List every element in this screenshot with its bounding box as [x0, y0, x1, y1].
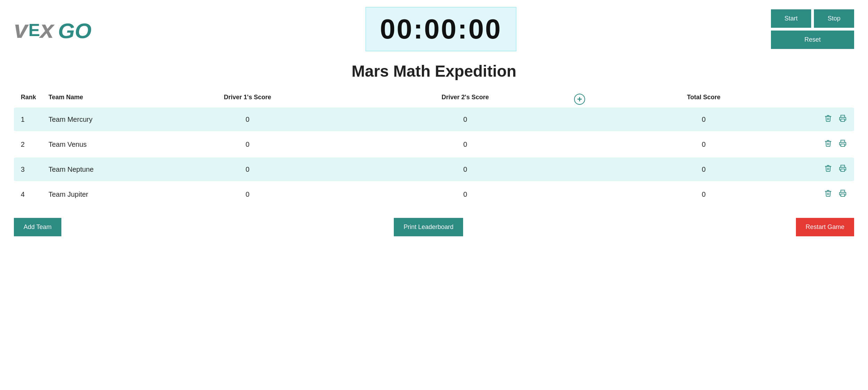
- row-2-team: Team Venus: [49, 141, 139, 149]
- print-icon: [839, 164, 847, 172]
- logo-x: x: [40, 17, 54, 42]
- col-header-actions: [813, 94, 847, 105]
- row-1-delete-button[interactable]: [824, 114, 833, 125]
- row-4-team: Team Jupiter: [49, 190, 139, 198]
- trash-icon: [824, 189, 832, 197]
- row-4-rank: 4: [21, 190, 49, 198]
- controls-top: Start Stop: [771, 9, 854, 28]
- row-3-team: Team Neptune: [49, 166, 139, 173]
- page-title: Mars Math Expedition: [0, 62, 868, 80]
- print-icon: [839, 139, 847, 147]
- col-header-total: Total Score: [595, 94, 813, 105]
- logo-v: v: [14, 17, 28, 42]
- header: v E x GO 00:00:00 Start Stop Reset: [0, 0, 868, 58]
- table-row: 4 Team Jupiter 0 0 0: [14, 183, 854, 206]
- svg-rect-0: [841, 119, 845, 121]
- table-row: 3 Team Neptune 0 0 0: [14, 158, 854, 181]
- row-3-total: 0: [595, 166, 813, 173]
- logo: v E x GO: [14, 17, 92, 42]
- row-1-total: 0: [595, 116, 813, 124]
- col-header-driver1: Driver 1's Score: [139, 94, 356, 105]
- print-leaderboard-button[interactable]: Print Leaderboard: [394, 218, 463, 236]
- add-driver-col[interactable]: +: [574, 94, 595, 105]
- row-2-actions: [813, 139, 847, 150]
- row-4-total: 0: [595, 190, 813, 198]
- add-driver-icon[interactable]: +: [574, 94, 585, 105]
- trash-icon: [824, 164, 832, 172]
- col-header-rank: Rank: [21, 94, 49, 105]
- row-2-d2: 0: [356, 141, 574, 149]
- timer-display: 00:00:00: [365, 7, 517, 51]
- footer-actions: Add Team Print Leaderboard Restart Game: [0, 207, 868, 243]
- add-team-button[interactable]: Add Team: [14, 218, 61, 236]
- timer-area: 00:00:00: [125, 7, 757, 51]
- trash-icon: [824, 115, 832, 122]
- row-3-d1: 0: [139, 166, 356, 173]
- svg-rect-2: [841, 169, 845, 171]
- row-4-d1: 0: [139, 190, 356, 198]
- row-4-print-button[interactable]: [838, 189, 847, 200]
- svg-rect-1: [841, 144, 845, 146]
- leaderboard: Rank Team Name Driver 1's Score Driver 2…: [0, 91, 868, 206]
- reset-button[interactable]: Reset: [771, 31, 854, 49]
- restart-game-button[interactable]: Restart Game: [796, 218, 854, 236]
- col-header-driver2: Driver 2's Score: [356, 94, 574, 105]
- row-2-total: 0: [595, 141, 813, 149]
- table-row: 1 Team Mercury 0 0 0: [14, 108, 854, 131]
- row-1-rank: 1: [21, 116, 49, 124]
- logo-e: E: [28, 22, 40, 39]
- row-3-actions: [813, 164, 847, 175]
- row-3-delete-button[interactable]: [824, 164, 833, 175]
- stop-button[interactable]: Stop: [814, 9, 854, 28]
- table-row: 2 Team Venus 0 0 0: [14, 133, 854, 156]
- row-3-d2: 0: [356, 166, 574, 173]
- row-3-print-button[interactable]: [838, 164, 847, 175]
- row-4-delete-button[interactable]: [824, 189, 833, 200]
- trash-icon: [824, 139, 832, 147]
- svg-rect-3: [841, 194, 845, 196]
- row-4-d2: 0: [356, 190, 574, 198]
- row-4-actions: [813, 189, 847, 200]
- col-header-team: Team Name: [49, 94, 139, 105]
- logo-area: v E x GO: [14, 17, 111, 42]
- row-1-print-button[interactable]: [838, 114, 847, 125]
- row-3-rank: 3: [21, 166, 49, 173]
- row-2-d1: 0: [139, 141, 356, 149]
- print-icon: [839, 115, 847, 122]
- row-2-rank: 2: [21, 141, 49, 149]
- row-2-delete-button[interactable]: [824, 139, 833, 150]
- row-1-d1: 0: [139, 116, 356, 124]
- row-1-actions: [813, 114, 847, 125]
- print-icon: [839, 189, 847, 197]
- row-2-print-button[interactable]: [838, 139, 847, 150]
- row-1-d2: 0: [356, 116, 574, 124]
- row-1-team: Team Mercury: [49, 116, 139, 124]
- controls-area: Start Stop Reset: [771, 9, 854, 49]
- table-header: Rank Team Name Driver 1's Score Driver 2…: [14, 91, 854, 108]
- logo-go: GO: [58, 20, 91, 42]
- start-button[interactable]: Start: [771, 9, 811, 28]
